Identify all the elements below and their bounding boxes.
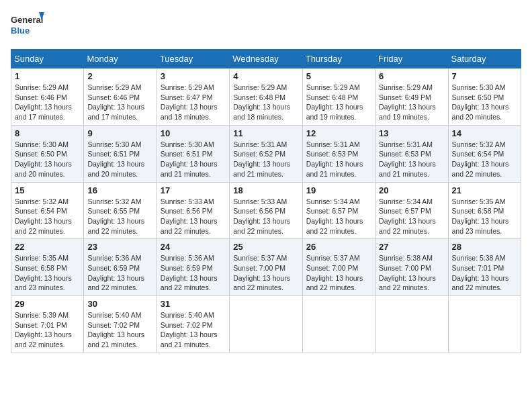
calendar-cell: [375, 296, 448, 353]
day-number: 27: [379, 242, 444, 252]
weekday-header: Saturday: [448, 50, 521, 68]
day-info: Sunrise: 5:37 AMSunset: 7:00 PMDaylight:…: [233, 253, 298, 293]
weekday-header-row: SundayMondayTuesdayWednesdayThursdayFrid…: [11, 50, 521, 68]
day-info: Sunrise: 5:29 AMSunset: 6:46 PMDaylight:…: [87, 83, 152, 122]
svg-text:Blue: Blue: [11, 26, 30, 36]
page-header: General Blue: [11, 11, 521, 41]
day-number: 18: [233, 185, 298, 195]
calendar-cell: 15Sunrise: 5:32 AMSunset: 6:54 PMDayligh…: [11, 182, 84, 239]
day-number: 30: [87, 299, 152, 309]
day-info: Sunrise: 5:32 AMSunset: 6:55 PMDaylight:…: [87, 197, 152, 236]
calendar-cell: 20Sunrise: 5:34 AMSunset: 6:57 PMDayligh…: [375, 182, 448, 239]
calendar-cell: 10Sunrise: 5:30 AMSunset: 6:51 PMDayligh…: [157, 125, 229, 182]
calendar-cell: 7Sunrise: 5:30 AMSunset: 6:50 PMDaylight…: [448, 68, 521, 126]
day-number: 5: [306, 71, 371, 81]
day-number: 22: [15, 242, 80, 252]
day-number: 6: [379, 71, 444, 81]
calendar-cell: 4Sunrise: 5:29 AMSunset: 6:48 PMDaylight…: [230, 68, 302, 126]
calendar-cell: 29Sunrise: 5:39 AMSunset: 7:01 PMDayligh…: [11, 296, 84, 353]
calendar-cell: 25Sunrise: 5:37 AMSunset: 7:00 PMDayligh…: [230, 239, 302, 296]
day-number: 3: [161, 71, 226, 81]
calendar-cell: 12Sunrise: 5:31 AMSunset: 6:53 PMDayligh…: [302, 125, 375, 182]
day-number: 25: [233, 242, 298, 252]
calendar-cell: [230, 296, 302, 353]
calendar-cell: 17Sunrise: 5:33 AMSunset: 6:56 PMDayligh…: [157, 182, 229, 239]
calendar-cell: 16Sunrise: 5:32 AMSunset: 6:55 PMDayligh…: [84, 182, 157, 239]
calendar-cell: 8Sunrise: 5:30 AMSunset: 6:50 PMDaylight…: [11, 125, 84, 182]
calendar-cell: 24Sunrise: 5:36 AMSunset: 6:59 PMDayligh…: [157, 239, 229, 296]
calendar-cell: 21Sunrise: 5:35 AMSunset: 6:58 PMDayligh…: [448, 182, 521, 239]
day-info: Sunrise: 5:31 AMSunset: 6:53 PMDaylight:…: [306, 140, 371, 179]
day-info: Sunrise: 5:36 AMSunset: 6:59 PMDaylight:…: [87, 253, 152, 293]
day-number: 9: [87, 128, 152, 138]
day-number: 21: [452, 185, 517, 195]
calendar-table: SundayMondayTuesdayWednesdayThursdayFrid…: [11, 49, 521, 353]
day-info: Sunrise: 5:30 AMSunset: 6:51 PMDaylight:…: [161, 140, 226, 179]
day-number: 11: [233, 128, 298, 138]
day-info: Sunrise: 5:33 AMSunset: 6:56 PMDaylight:…: [161, 197, 226, 236]
day-number: 13: [379, 128, 444, 138]
logo-svg: General Blue: [11, 11, 44, 41]
day-info: Sunrise: 5:29 AMSunset: 6:46 PMDaylight:…: [15, 83, 80, 122]
logo: General Blue: [11, 11, 44, 41]
day-number: 20: [379, 185, 444, 195]
day-info: Sunrise: 5:29 AMSunset: 6:48 PMDaylight:…: [306, 83, 371, 122]
weekday-header: Thursday: [302, 50, 375, 68]
calendar-week-row: 29Sunrise: 5:39 AMSunset: 7:01 PMDayligh…: [11, 296, 521, 353]
day-info: Sunrise: 5:39 AMSunset: 7:01 PMDaylight:…: [15, 310, 80, 350]
day-number: 23: [87, 242, 152, 252]
day-info: Sunrise: 5:37 AMSunset: 7:00 PMDaylight:…: [306, 253, 371, 293]
calendar-cell: 31Sunrise: 5:40 AMSunset: 7:02 PMDayligh…: [157, 296, 229, 353]
calendar-cell: 13Sunrise: 5:31 AMSunset: 6:53 PMDayligh…: [375, 125, 448, 182]
day-number: 12: [306, 128, 371, 138]
day-info: Sunrise: 5:35 AMSunset: 6:58 PMDaylight:…: [15, 253, 80, 293]
day-number: 31: [161, 299, 226, 309]
day-number: 19: [306, 185, 371, 195]
day-info: Sunrise: 5:30 AMSunset: 6:51 PMDaylight:…: [87, 140, 152, 179]
weekday-header: Wednesday: [230, 50, 302, 68]
day-info: Sunrise: 5:29 AMSunset: 6:49 PMDaylight:…: [379, 83, 444, 122]
day-info: Sunrise: 5:32 AMSunset: 6:54 PMDaylight:…: [452, 140, 517, 179]
day-number: 29: [15, 299, 80, 309]
day-info: Sunrise: 5:40 AMSunset: 7:02 PMDaylight:…: [161, 310, 226, 350]
calendar-cell: 22Sunrise: 5:35 AMSunset: 6:58 PMDayligh…: [11, 239, 84, 296]
day-info: Sunrise: 5:38 AMSunset: 7:01 PMDaylight:…: [452, 253, 517, 293]
day-info: Sunrise: 5:29 AMSunset: 6:47 PMDaylight:…: [161, 83, 226, 122]
day-info: Sunrise: 5:35 AMSunset: 6:58 PMDaylight:…: [452, 197, 517, 236]
day-number: 4: [233, 71, 298, 81]
day-number: 8: [15, 128, 80, 138]
day-number: 16: [87, 185, 152, 195]
day-number: 2: [87, 71, 152, 81]
calendar-cell: 27Sunrise: 5:38 AMSunset: 7:00 PMDayligh…: [375, 239, 448, 296]
day-info: Sunrise: 5:30 AMSunset: 6:50 PMDaylight:…: [452, 83, 517, 122]
calendar-cell: 1Sunrise: 5:29 AMSunset: 6:46 PMDaylight…: [11, 68, 84, 126]
calendar-cell: 23Sunrise: 5:36 AMSunset: 6:59 PMDayligh…: [84, 239, 157, 296]
weekday-header: Tuesday: [157, 50, 229, 68]
day-number: 26: [306, 242, 371, 252]
calendar-cell: [302, 296, 375, 353]
calendar-cell: 6Sunrise: 5:29 AMSunset: 6:49 PMDaylight…: [375, 68, 448, 126]
calendar-week-row: 22Sunrise: 5:35 AMSunset: 6:58 PMDayligh…: [11, 239, 521, 296]
calendar-cell: 26Sunrise: 5:37 AMSunset: 7:00 PMDayligh…: [302, 239, 375, 296]
calendar-cell: 18Sunrise: 5:33 AMSunset: 6:56 PMDayligh…: [230, 182, 302, 239]
day-info: Sunrise: 5:36 AMSunset: 6:59 PMDaylight:…: [161, 253, 226, 293]
day-info: Sunrise: 5:34 AMSunset: 6:57 PMDaylight:…: [306, 197, 371, 236]
day-number: 1: [15, 71, 80, 81]
day-info: Sunrise: 5:40 AMSunset: 7:02 PMDaylight:…: [87, 310, 152, 350]
day-info: Sunrise: 5:31 AMSunset: 6:52 PMDaylight:…: [233, 140, 298, 179]
calendar-cell: 5Sunrise: 5:29 AMSunset: 6:48 PMDaylight…: [302, 68, 375, 126]
calendar-cell: 28Sunrise: 5:38 AMSunset: 7:01 PMDayligh…: [448, 239, 521, 296]
day-number: 24: [161, 242, 226, 252]
calendar-cell: 30Sunrise: 5:40 AMSunset: 7:02 PMDayligh…: [84, 296, 157, 353]
day-info: Sunrise: 5:29 AMSunset: 6:48 PMDaylight:…: [233, 83, 298, 122]
day-number: 10: [161, 128, 226, 138]
day-info: Sunrise: 5:33 AMSunset: 6:56 PMDaylight:…: [233, 197, 298, 236]
day-number: 17: [161, 185, 226, 195]
day-number: 7: [452, 71, 517, 81]
calendar-week-row: 8Sunrise: 5:30 AMSunset: 6:50 PMDaylight…: [11, 125, 521, 182]
day-info: Sunrise: 5:31 AMSunset: 6:53 PMDaylight:…: [379, 140, 444, 179]
weekday-header: Friday: [375, 50, 448, 68]
day-number: 14: [452, 128, 517, 138]
calendar-cell: 9Sunrise: 5:30 AMSunset: 6:51 PMDaylight…: [84, 125, 157, 182]
svg-text:General: General: [11, 15, 43, 25]
